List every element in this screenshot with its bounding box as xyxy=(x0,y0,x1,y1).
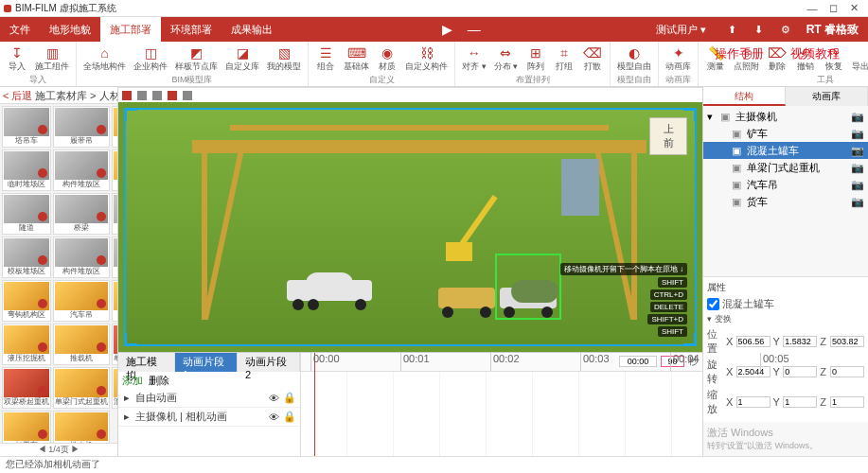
tool-chip[interactable] xyxy=(168,91,177,100)
ribbon-button[interactable]: ▥施工组件 xyxy=(32,44,72,73)
asset-item[interactable]: 构件堆放区 xyxy=(53,236,110,278)
ribbon-button[interactable]: ↔对齐 ▾ xyxy=(459,44,489,73)
ribbon-button[interactable]: ☰组合 xyxy=(312,44,339,73)
ribbon-button[interactable]: ⌦删除 xyxy=(764,44,790,73)
close-button[interactable]: ✕ xyxy=(843,2,864,14)
asset-item[interactable]: 材料装配区 xyxy=(112,236,117,278)
camera-icon[interactable]: 📷 xyxy=(851,162,864,174)
prop-z-input[interactable] xyxy=(830,336,864,347)
tool-chip[interactable] xyxy=(152,91,162,100)
ribbon-button[interactable]: ▧我的模型 xyxy=(264,44,304,73)
outline-node[interactable]: ▣铲车📷 xyxy=(703,125,868,142)
ribbon-button[interactable]: ⌗打组 xyxy=(551,44,577,73)
ribbon-button[interactable]: ⛓自定义构件 xyxy=(402,44,451,73)
asset-item[interactable]: 双梁桥起重机 xyxy=(2,367,51,409)
ribbon-button[interactable]: ◫企业构件 xyxy=(131,44,170,73)
menu-item[interactable]: 施工部署 xyxy=(100,17,161,42)
ribbon-button[interactable]: ⌂全场地构件 xyxy=(80,44,129,73)
eye-icon[interactable]: 👁 xyxy=(269,412,279,423)
time-current-input[interactable] xyxy=(619,356,657,367)
asset-item[interactable]: 单梁门式起重机 xyxy=(53,367,110,409)
asset-item[interactable]: 加工车 xyxy=(2,411,51,443)
object-visible-checkbox[interactable] xyxy=(707,298,719,310)
asset-item[interactable]: 推土机 xyxy=(53,411,110,443)
viewport-3d[interactable]: 上 前 移动摄像机开留下一个脚本在原地 ↓SHIFTCTRL+DDELETESH… xyxy=(124,108,697,346)
tree-toggle-icon[interactable]: ▾ xyxy=(707,111,717,123)
top-icon[interactable]: ⚙ xyxy=(776,20,795,39)
minimize-button[interactable]: — xyxy=(802,3,823,14)
camera-icon[interactable]: 📷 xyxy=(851,111,864,123)
ribbon-button[interactable]: ◐模型自由 xyxy=(614,44,654,73)
right-panel-tab[interactable]: 结构 xyxy=(703,87,786,106)
outline-node[interactable]: ▣汽车吊📷 xyxy=(703,176,868,193)
camera-icon[interactable]: 📷 xyxy=(851,196,864,208)
ribbon-button[interactable]: ⌫打散 xyxy=(579,44,606,73)
timeline-tab[interactable]: 动画片段2 xyxy=(238,353,300,372)
timeline-delete-button[interactable]: 删除 xyxy=(149,374,169,388)
ribbon-button[interactable]: ⤓导出效果图 xyxy=(849,44,868,73)
prop-z-input[interactable] xyxy=(830,396,864,408)
prop-y-input[interactable] xyxy=(783,336,817,347)
eye-icon[interactable]: 👁 xyxy=(269,393,279,404)
timeline-track[interactable]: ▸自由动画👁🔒 xyxy=(118,389,300,408)
prop-x-input[interactable] xyxy=(736,336,771,347)
lock-icon[interactable]: 🔒 xyxy=(283,411,296,423)
asset-item[interactable]: 加工车间区 xyxy=(112,149,117,191)
menu-item[interactable]: 成果输出 xyxy=(221,17,282,42)
prop-x-input[interactable] xyxy=(736,396,771,408)
asset-item[interactable]: 单梁桥起重机 xyxy=(112,324,117,365)
asset-item[interactable]: 货车 xyxy=(112,280,117,322)
ribbon-button[interactable]: ↷恢复 xyxy=(821,44,847,73)
ribbon-button[interactable]: ✦动画库 xyxy=(663,44,694,73)
asset-item[interactable]: 塔吊车 xyxy=(2,106,51,148)
transform-header[interactable]: ▾ 变换 xyxy=(707,313,864,325)
ribbon-button[interactable]: ◉材质 xyxy=(374,44,400,73)
tool-chip[interactable] xyxy=(122,91,132,100)
outline-node[interactable]: ▣混凝土罐车📷 xyxy=(703,142,868,159)
right-panel-tab[interactable]: 动画库 xyxy=(786,87,868,106)
outline-node[interactable]: ▣单梁门式起重机📷 xyxy=(703,159,868,176)
ribbon-button[interactable]: ◎点照附 xyxy=(731,44,762,73)
ribbon-button[interactable]: 📏测量 xyxy=(702,44,729,73)
ribbon-button[interactable]: ↶撤销 xyxy=(792,44,819,73)
timeline-tab[interactable]: 施工模拟 xyxy=(118,353,175,372)
asset-item[interactable]: 桥梁 xyxy=(53,193,110,235)
play-controls[interactable]: ▶ — xyxy=(442,22,487,37)
menu-item[interactable]: 文件 xyxy=(0,17,40,42)
timeline-tracks-area[interactable] xyxy=(301,372,702,456)
lock-icon[interactable]: 🔒 xyxy=(283,392,296,404)
camera-icon[interactable]: 📷 xyxy=(851,179,864,191)
asset-pager[interactable]: ◀ 1/4页 ▶ xyxy=(0,443,117,456)
asset-item[interactable]: 临时堆场区 xyxy=(2,149,51,191)
view-cube[interactable]: 上 前 xyxy=(649,117,687,155)
ribbon-button[interactable]: ⊞阵列 xyxy=(523,44,549,73)
maximize-button[interactable]: ◻ xyxy=(823,2,843,14)
prop-z-input[interactable] xyxy=(830,366,864,377)
outline-node[interactable]: ▣货车📷 xyxy=(703,193,868,210)
ribbon-button[interactable]: ◪自定义库 xyxy=(222,44,262,73)
asset-item[interactable]: 钢筋堆场区 xyxy=(112,193,117,235)
ribbon-button[interactable]: ◩样板节点库 xyxy=(172,44,221,73)
menu-item[interactable]: 地形地貌 xyxy=(40,17,100,42)
asset-item[interactable]: 装配生产区 xyxy=(112,106,117,148)
timeline-add-button[interactable]: 添加 xyxy=(122,374,143,388)
ribbon-button[interactable]: ⌨基础体 xyxy=(341,44,372,73)
asset-item[interactable]: 汽车吊 xyxy=(53,280,110,322)
outline-node[interactable]: ▾▣主摄像机📷 xyxy=(703,108,868,125)
tool-chip[interactable] xyxy=(137,91,147,100)
timeline-tab[interactable]: 动画片段1 xyxy=(175,353,238,372)
asset-item[interactable]: 推载机 xyxy=(53,324,110,365)
asset-item[interactable]: 履带吊 xyxy=(53,106,110,148)
asset-item[interactable]: 弯钩机构区 xyxy=(2,280,51,322)
track-expand-icon[interactable]: ▸ xyxy=(122,411,132,423)
user-menu[interactable]: 测试用户 ▾ xyxy=(647,23,716,37)
asset-item[interactable]: 隧道 xyxy=(2,193,51,235)
camera-icon[interactable]: 📷 xyxy=(851,128,864,140)
camera-icon[interactable]: 📷 xyxy=(851,145,864,157)
asset-item[interactable]: 液压挖掘机 xyxy=(2,324,51,365)
asset-item[interactable]: 构件堆放区 xyxy=(53,149,110,191)
track-expand-icon[interactable]: ▸ xyxy=(122,392,132,404)
top-icon[interactable]: ⬆ xyxy=(723,20,742,39)
top-icon[interactable]: ⬇ xyxy=(750,20,769,39)
ribbon-button[interactable]: ⇔分布 ▾ xyxy=(491,44,522,73)
